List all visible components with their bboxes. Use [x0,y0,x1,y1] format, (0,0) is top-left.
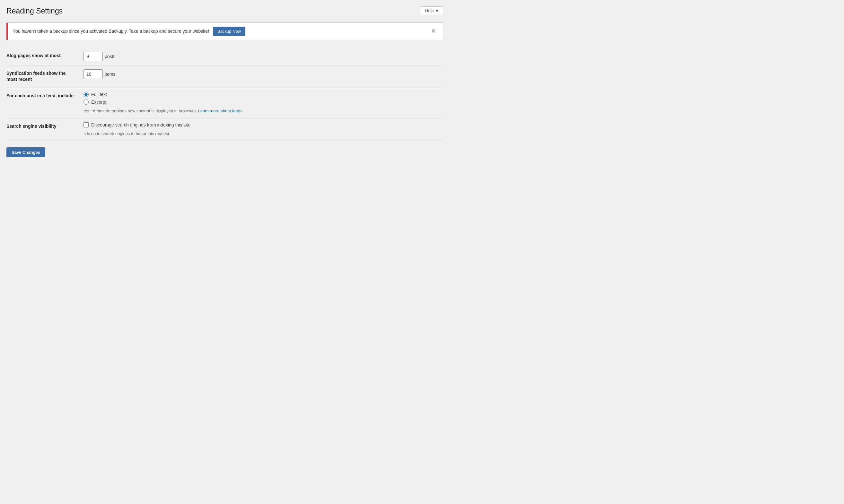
feed-include-label-cell: For each post in a feed, include [6,88,80,118]
radio-full-text-label: Full text [91,92,107,97]
save-changes-button[interactable]: Save Changes [6,147,45,157]
search-engine-visibility-checkbox[interactable] [84,122,89,127]
blog-pages-inline: posts [84,52,440,61]
search-engine-visibility-checkbox-option[interactable]: Discourage search engines from indexing … [84,122,440,127]
search-engine-visibility-label: Search engine visibility [6,124,56,129]
search-engine-visibility-row: Search engine visibility Discourage sear… [6,119,443,141]
search-engine-visibility-label-cell: Search engine visibility [6,119,80,141]
learn-more-feeds-link[interactable]: Learn more about feeds [198,108,243,113]
help-button[interactable]: Help ▼ [421,6,443,15]
syndication-feeds-label: Syndication feeds show the most recent [6,71,66,82]
radio-full-text-option[interactable]: Full text [84,92,440,97]
radio-full-text[interactable] [84,92,89,97]
blog-pages-label-cell: Blog pages show at most [6,48,80,65]
blog-pages-row: Blog pages show at most posts [6,48,443,65]
save-changes-cell: Save Changes [6,141,443,164]
radio-excerpt-option[interactable]: Excerpt [84,100,440,105]
search-engine-visibility-input-cell: Discourage search engines from indexing … [80,119,443,141]
feed-include-row: For each post in a feed, include Full te… [6,88,443,118]
blog-pages-label: Blog pages show at most [6,53,61,58]
feed-include-label: For each post in a feed, include [6,93,73,98]
notice-banner: You haven't taken a backup since you act… [6,22,443,40]
settings-form: Blog pages show at most posts S [6,48,443,164]
notice-content: You haven't taken a backup since you act… [13,26,425,36]
period: . [243,108,244,113]
feed-include-input-cell: Full text Excerpt Your theme determines … [80,88,443,118]
feed-include-description-text: Your theme determines how content is dis… [84,108,197,113]
syndication-feeds-suffix: items [105,72,115,77]
help-arrow-icon: ▼ [435,8,439,13]
radio-excerpt[interactable] [84,100,89,105]
page-title: Reading Settings [6,6,63,16]
syndication-feeds-input[interactable] [84,69,103,79]
settings-table: Blog pages show at most posts S [6,48,443,164]
save-changes-row: Save Changes [6,141,443,164]
blog-pages-input[interactable] [84,52,103,61]
syndication-feeds-row: Syndication feeds show the most recent i… [6,66,443,88]
close-icon: ✕ [431,28,436,34]
help-label: Help [425,8,434,13]
search-engine-visibility-checkbox-label: Discourage search engines from indexing … [91,122,191,127]
syndication-feeds-label-cell: Syndication feeds show the most recent [6,66,80,88]
search-engine-visibility-description: It is up to search engines to honor this… [84,131,440,137]
feed-include-radio-group: Full text Excerpt [84,92,440,105]
blog-pages-suffix: posts [105,54,115,59]
syndication-feeds-inline: items [84,69,440,79]
blog-pages-input-cell: posts [80,48,443,65]
radio-excerpt-label: Excerpt [91,100,106,105]
feed-include-description: Your theme determines how content is dis… [84,108,440,114]
syndication-feeds-input-cell: items [80,66,443,88]
backup-now-button[interactable]: Backup Now [213,26,245,36]
notice-close-button[interactable]: ✕ [429,26,438,36]
page-header: Reading Settings Help ▼ [6,6,443,16]
notice-text: You haven't taken a backup since you act… [13,29,209,34]
